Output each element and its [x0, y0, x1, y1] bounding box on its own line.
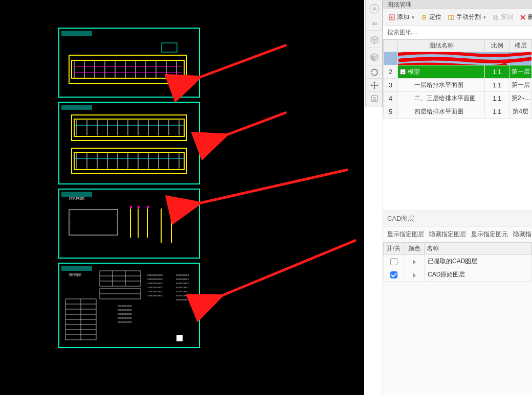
locate-label: 定位	[429, 13, 441, 21]
svg-rect-4	[61, 31, 92, 36]
table-row[interactable]	[384, 52, 532, 65]
col-floor[interactable]: 楼层	[509, 40, 532, 52]
svg-text:xxxxxxxxxxxx: xxxxxxxxxxxx	[147, 277, 163, 281]
svg-rect-6	[61, 192, 92, 197]
table-row[interactable]: 5 四层给排水平面图 1:1 第4层	[384, 105, 532, 119]
svg-line-104	[198, 45, 286, 78]
dropdown-caret-icon: ▾	[483, 15, 486, 20]
layer-color-icon[interactable]	[413, 260, 416, 265]
svg-text:排水系统图: 排水系统图	[69, 196, 84, 200]
table-row[interactable]: 2 -模型 1:1 第一层	[384, 65, 532, 79]
svg-text:xxxxxxxxxxxx: xxxxxxxxxxxx	[147, 290, 163, 293]
row-index: 2	[384, 65, 398, 79]
svg-text:xxxxxxxxxxx: xxxxxxxxxxx	[118, 308, 132, 311]
svg-text:xxxxxxxxxxxx: xxxxxxxxxxxx	[147, 286, 163, 289]
layer-table: 开/关 颜色 名称 已提取的CAD图层 CAD原始图层	[383, 242, 532, 282]
svg-rect-25	[74, 119, 184, 136]
pan-icon[interactable]	[366, 79, 383, 92]
table-row[interactable]: 4 二、三层给排水平面图 1:1 第2~…	[384, 92, 532, 105]
add-label: 添加	[397, 13, 409, 21]
svg-rect-10	[72, 60, 184, 78]
plus-icon	[388, 14, 395, 21]
cad-layer-panel: CAD图层 显示指定图层 隐藏指定图层 显示指定图元 隐藏指 开/关 颜色 名称	[383, 211, 532, 282]
list-icon[interactable]	[366, 92, 383, 105]
svg-text:xxxxxxxxxx: xxxxxxxxxx	[176, 294, 189, 297]
manual-split-button[interactable]: 手动分割 ▾	[446, 11, 488, 23]
row-floor: 第一层	[509, 79, 532, 92]
svg-text:xxxxxxxxxx: xxxxxxxxxx	[176, 298, 189, 301]
layer-color-icon[interactable]	[413, 273, 416, 278]
drawings-table: 图纸名称 比例 楼层 2	[383, 39, 532, 119]
locate-button[interactable]: 定位	[418, 11, 444, 23]
svg-text:设计说明: 设计说明	[69, 273, 81, 276]
svg-line-107	[220, 240, 356, 296]
row-index: 3	[384, 79, 398, 92]
drawing-panel-title: 图纸管理	[383, 0, 532, 9]
layer-col-color[interactable]: 颜色	[404, 243, 425, 255]
delete-button[interactable]: 删	[517, 11, 532, 23]
viewcube-icon[interactable]	[366, 0, 383, 17]
col-ratio[interactable]: 比例	[485, 40, 509, 52]
search-input[interactable]	[383, 26, 532, 39]
svg-rect-5	[61, 105, 92, 110]
checkbox-icon[interactable]	[390, 258, 397, 265]
svg-line-105	[225, 112, 286, 135]
row-ratio: 1:1	[485, 92, 509, 105]
copy-icon	[492, 14, 499, 21]
svg-text:xxxxxxxxxx: xxxxxxxxxx	[176, 286, 189, 289]
svg-text:xxxxxxxxxxxx: xxxxxxxxxxxx	[147, 273, 163, 276]
layer-col-onoff[interactable]: 开/关	[384, 243, 404, 255]
svg-rect-69	[100, 271, 141, 286]
show-layer-button[interactable]: 显示指定图层	[387, 230, 424, 239]
row-index: 5	[384, 105, 398, 119]
row-floor: 第4层	[509, 105, 532, 119]
col-drawing-name[interactable]: 图纸名称	[398, 40, 485, 52]
svg-rect-121	[495, 16, 498, 20]
row-name: 一层给排水平面图	[398, 79, 485, 92]
svg-point-66	[147, 206, 149, 208]
add-button[interactable]: 添加 ▾	[386, 11, 416, 23]
layer-row[interactable]: CAD原始图层	[384, 268, 532, 282]
row-name: 四层给排水平面图	[398, 105, 485, 119]
tree-collapse-icon[interactable]: -	[400, 69, 406, 75]
cube-top-icon[interactable]	[366, 31, 383, 48]
svg-rect-103	[176, 335, 183, 341]
table-row[interactable]: 3 一层给排水平面图 1:1 第一层	[384, 79, 532, 92]
scissors-icon	[448, 14, 455, 21]
x-icon	[519, 14, 526, 21]
layer-row[interactable]: 已提取的CAD图层	[384, 255, 532, 268]
cad-canvas[interactable]: 排水系统图设计说明 xxxxxxxxxxxxxxxxxxxxxxxxxxxxxx…	[0, 0, 364, 395]
checkbox-icon[interactable]	[390, 271, 397, 278]
split-label: 手动分割	[456, 13, 481, 21]
svg-rect-27	[74, 152, 184, 170]
svg-rect-0	[59, 28, 199, 97]
orbit-icon[interactable]	[366, 65, 383, 79]
hide-layer-button[interactable]: 隐藏指定图层	[429, 230, 466, 239]
copy-button[interactable]: 复制	[490, 11, 515, 23]
col-index[interactable]	[384, 40, 398, 52]
svg-point-64	[130, 206, 132, 208]
delete-label: 删	[528, 13, 532, 21]
svg-rect-9	[69, 55, 187, 83]
row-ratio: 1:1	[485, 105, 509, 119]
layer-panel-title: CAD图层	[383, 211, 532, 227]
target-icon	[420, 14, 428, 21]
svg-text:xxxxxxxxxxx: xxxxxxxxxxx	[118, 304, 132, 307]
hide-entity-button[interactable]: 隐藏指	[513, 230, 531, 239]
layer-col-name[interactable]: 名称	[425, 243, 532, 255]
svg-point-117	[424, 16, 425, 18]
svg-rect-52	[69, 210, 118, 235]
row-index: 4	[384, 92, 398, 105]
show-entity-button[interactable]: 显示指定图元	[471, 230, 508, 239]
copy-label: 复制	[501, 13, 513, 21]
row-ratio: 1:1	[485, 65, 509, 79]
view-2d-button[interactable]: 2D	[366, 17, 383, 31]
svg-text:xxxxxxxxxx: xxxxxxxxxx	[176, 277, 189, 281]
drawing-toolbar: 添加 ▾ 定位 手动分割 ▾ 复制 删	[383, 9, 532, 26]
svg-text:xxxxxxxxxxxx: xxxxxxxxxxxx	[147, 294, 163, 297]
svg-text:xxxxxxxxxxx: xxxxxxxxxxx	[118, 316, 132, 319]
cube-front-icon[interactable]	[366, 48, 383, 65]
svg-rect-8	[162, 43, 177, 52]
search-row	[383, 26, 532, 39]
row-name: 模型	[408, 68, 420, 75]
